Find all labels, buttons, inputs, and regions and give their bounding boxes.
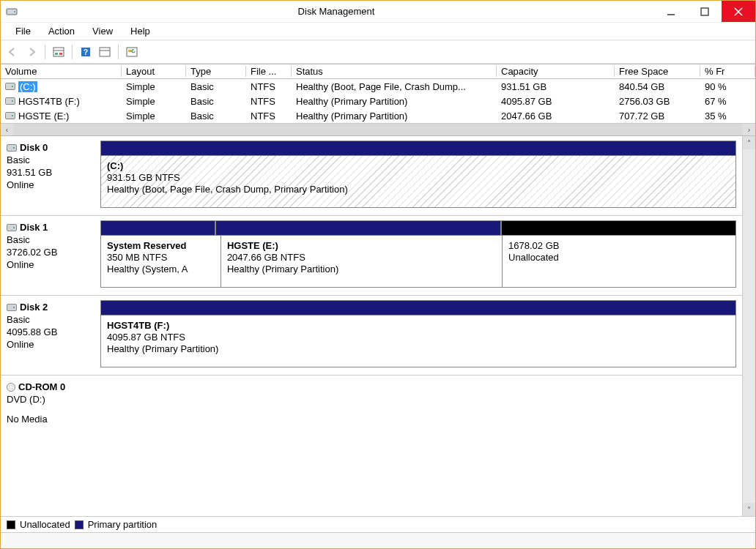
partition-status: Healthy (System, A bbox=[107, 264, 215, 274]
disk-state: Online bbox=[7, 339, 94, 351]
partition-status: Healthy (Boot, Page File, Crash Dump, Pr… bbox=[107, 184, 730, 195]
partition[interactable]: (C:)931.51 GB NTFSHealthy (Boot, Page Fi… bbox=[100, 155, 736, 208]
disk-state: No Media bbox=[7, 414, 94, 426]
cell-type: Basic bbox=[186, 111, 246, 122]
cell-layout: Simple bbox=[122, 96, 186, 107]
partition[interactable]: HGST4TB (F:)4095.87 GB NTFSHealthy (Prim… bbox=[100, 315, 736, 367]
cell-fs: NTFS bbox=[246, 81, 292, 92]
volume-label: HGST4TB (F:) bbox=[18, 96, 80, 107]
scroll-down-icon[interactable]: ˅ bbox=[743, 503, 755, 516]
menu-help[interactable]: Help bbox=[122, 23, 159, 40]
partition-size: 1678.02 GB bbox=[508, 240, 730, 251]
scroll-left-icon[interactable]: ‹ bbox=[1, 124, 13, 136]
disk-name: CD-ROM 0 bbox=[18, 381, 65, 394]
disk-type: Basic bbox=[7, 154, 94, 167]
partition-header-bar bbox=[100, 300, 736, 315]
partition[interactable]: 1678.02 GBUnallocated bbox=[502, 235, 736, 288]
horizontal-scrollbar[interactable]: ‹ › bbox=[1, 123, 755, 135]
scroll-right-icon[interactable]: › bbox=[743, 124, 755, 136]
cell-layout: Simple bbox=[122, 111, 186, 122]
app-icon bbox=[1, 6, 18, 18]
settings-icon[interactable] bbox=[97, 45, 112, 59]
partition[interactable]: System Reserved350 MB NTFSHealthy (Syste… bbox=[100, 235, 221, 288]
window-title: Disk Management bbox=[18, 6, 654, 17]
col-capacity[interactable]: Capacity bbox=[497, 66, 615, 77]
partition-status: Unallocated bbox=[508, 252, 730, 263]
disk-block[interactable]: Disk 1Basic3726.02 GBOnlineSystem Reserv… bbox=[1, 216, 742, 296]
titlebar: Disk Management bbox=[1, 1, 755, 23]
menu-view[interactable]: View bbox=[84, 23, 122, 40]
menu-action[interactable]: Action bbox=[40, 23, 84, 40]
partition-status: Healthy (Primary Partition) bbox=[107, 343, 730, 354]
help-icon[interactable]: ? bbox=[78, 45, 93, 59]
cell-free: 840.54 GB bbox=[615, 81, 700, 92]
disk-type: Basic bbox=[7, 234, 94, 247]
col-volume[interactable]: Volume bbox=[1, 66, 122, 77]
volume-row[interactable]: HGSTE (E:)SimpleBasicNTFSHealthy (Primar… bbox=[1, 108, 755, 123]
disk-name: Disk 1 bbox=[20, 222, 48, 234]
col-pctfree[interactable]: % Fr bbox=[700, 66, 755, 77]
scroll-track[interactable] bbox=[13, 124, 743, 135]
svg-rect-3 bbox=[701, 8, 708, 15]
disk-block[interactable]: Disk 0Basic931.51 GBOnline(C:)931.51 GB … bbox=[1, 136, 742, 216]
partition-label: HGST4TB (F:) bbox=[107, 320, 730, 331]
disk-name: Disk 0 bbox=[20, 142, 48, 154]
col-type[interactable]: Type bbox=[186, 66, 246, 77]
col-filesys[interactable]: File ... bbox=[246, 66, 292, 77]
partition-label: System Reserved bbox=[107, 240, 215, 251]
cell-type: Basic bbox=[186, 96, 246, 107]
svg-rect-12 bbox=[100, 48, 110, 56]
col-status[interactable]: Status bbox=[292, 66, 497, 77]
cell-pct: 35 % bbox=[700, 111, 755, 122]
disk-block[interactable]: Disk 2Basic4095.88 GBOnlineHGST4TB (F:)4… bbox=[1, 296, 742, 376]
partition-label: HGSTE (E:) bbox=[227, 240, 496, 251]
disk-layout-area: Disk 0Basic931.51 GBOnline(C:)931.51 GB … bbox=[1, 135, 755, 516]
disk-type: Basic bbox=[7, 314, 94, 326]
cell-pct: 90 % bbox=[700, 81, 755, 92]
legend-label-unallocated: Unallocated bbox=[20, 519, 70, 530]
status-bar bbox=[1, 532, 755, 548]
legend-label-primary: Primary partition bbox=[88, 519, 158, 530]
disk-size: 4095.88 GB bbox=[7, 326, 94, 339]
scroll-up-icon[interactable]: ˄ bbox=[743, 136, 755, 149]
disk-info: Disk 0Basic931.51 GBOnline bbox=[7, 141, 94, 208]
maximize-button[interactable] bbox=[688, 1, 722, 22]
scroll-track[interactable] bbox=[743, 149, 755, 503]
panes-icon[interactable] bbox=[51, 45, 66, 59]
col-free[interactable]: Free Space bbox=[615, 66, 700, 77]
cdrom-block[interactable]: CD-ROM 0DVD (D:)No Media bbox=[1, 376, 742, 433]
vertical-scrollbar[interactable]: ˄ ˅ bbox=[742, 136, 755, 516]
disk-info: Disk 2Basic4095.88 GBOnline bbox=[7, 300, 94, 367]
cell-fs: NTFS bbox=[246, 111, 292, 122]
disk-partitions: (C:)931.51 GB NTFSHealthy (Boot, Page Fi… bbox=[100, 141, 736, 208]
toolbar-separator bbox=[45, 45, 45, 59]
col-layout[interactable]: Layout bbox=[122, 66, 186, 77]
disk-partitions: HGST4TB (F:)4095.87 GB NTFSHealthy (Prim… bbox=[100, 300, 736, 367]
volume-row[interactable]: HGST4TB (F:)SimpleBasicNTFSHealthy (Prim… bbox=[1, 94, 755, 108]
menu-file[interactable]: File bbox=[7, 23, 40, 40]
volume-label: HGSTE (E:) bbox=[18, 111, 69, 122]
disk-size: 931.51 GB bbox=[7, 167, 94, 179]
disk-name: Disk 2 bbox=[20, 302, 48, 314]
svg-rect-9 bbox=[59, 53, 62, 55]
back-icon[interactable] bbox=[5, 45, 20, 59]
toolbar-separator bbox=[72, 45, 73, 59]
menubar: File Action View Help bbox=[1, 23, 755, 40]
disk-icon bbox=[7, 144, 17, 152]
partition-header-bar bbox=[215, 220, 501, 235]
close-button[interactable] bbox=[722, 1, 755, 22]
cell-status: Healthy (Primary Partition) bbox=[292, 96, 497, 107]
minimize-button[interactable] bbox=[654, 1, 688, 22]
cell-free: 2756.03 GB bbox=[615, 96, 700, 107]
legend-bar: Unallocated Primary partition bbox=[1, 516, 755, 532]
partition-size: 4095.87 GB NTFS bbox=[107, 332, 730, 343]
refresh-list-icon[interactable] bbox=[125, 45, 139, 59]
svg-point-1 bbox=[14, 11, 15, 12]
forward-icon[interactable] bbox=[24, 45, 39, 59]
cell-capacity: 2047.66 GB bbox=[497, 111, 615, 122]
disk-info: CD-ROM 0DVD (D:)No Media bbox=[7, 380, 94, 426]
volume-row[interactable]: (C:)SimpleBasicNTFSHealthy (Boot, Page F… bbox=[1, 79, 755, 94]
legend-swatch-unallocated bbox=[7, 520, 15, 529]
partition[interactable]: HGSTE (E:)2047.66 GB NTFSHealthy (Primar… bbox=[220, 235, 503, 288]
cell-pct: 67 % bbox=[700, 96, 755, 107]
